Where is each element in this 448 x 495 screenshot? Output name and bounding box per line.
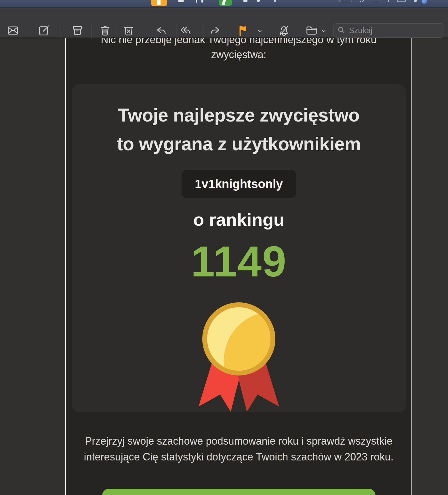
app-icon-orange-glyph — [157, 0, 161, 5]
mark-unread-button[interactable] — [6, 24, 20, 38]
reply-all-arrow-icon — [179, 24, 192, 38]
delete-button[interactable] — [98, 24, 112, 38]
outro-line-2: interesujące Cię statystyki dotyczące Tw… — [66, 449, 411, 465]
status-icon-fragment — [360, 0, 364, 2]
archive-box-icon — [71, 24, 84, 38]
card-title-line-1: Twoje najlepsze zwycięstwo — [72, 101, 406, 130]
compose-button[interactable] — [37, 24, 51, 38]
toolbar-separator — [146, 23, 146, 39]
reply-all-button[interactable] — [178, 24, 193, 38]
status-icon-fragment — [340, 0, 352, 2]
window-margin-right — [412, 37, 448, 495]
email-body: Nic nie przebije jednak Twojego najcenni… — [66, 37, 411, 495]
flag-menu-button[interactable] — [256, 28, 264, 35]
trash-icon — [98, 24, 112, 38]
time-blue-icon — [422, 0, 427, 4]
chevron-down-icon — [321, 28, 327, 35]
opponent-username-badge: 1v1knightsonly — [182, 170, 296, 198]
email-outro-text: Przejrzyj swoje szachowe podsumowanie ro… — [66, 433, 411, 465]
reply-button[interactable] — [154, 24, 169, 38]
bell-slash-icon — [277, 24, 291, 38]
move-to-folder-button[interactable] — [304, 24, 319, 38]
toolbar-separator — [203, 23, 203, 39]
toolbar-separator — [91, 23, 92, 39]
forward-arrow-icon — [208, 24, 222, 38]
status-icon-fragment — [397, 0, 406, 2]
forward-button[interactable] — [208, 24, 222, 38]
toolbar-separator — [61, 23, 61, 39]
search-input[interactable] — [348, 26, 440, 35]
cta-button[interactable] — [102, 489, 375, 495]
junk-bin-x-icon — [122, 24, 135, 38]
intro-line-2: zwycięstwa: — [66, 47, 411, 62]
window-margin-left — [0, 37, 65, 495]
email-intro-text: Nic nie przebije jednak Twojego najcenni… — [66, 37, 411, 62]
status-icon-fragment — [374, 0, 378, 2]
junk-button[interactable] — [121, 24, 136, 38]
status-icon-fragment — [178, 0, 184, 2]
status-icon-fragment — [243, 0, 247, 2]
message-viewport: Nic nie przebije jednak Twojego najcenni… — [0, 37, 448, 495]
status-icon-fragment — [257, 0, 260, 2]
folder-menu-button[interactable] — [320, 28, 327, 35]
flag-icon — [237, 24, 250, 38]
folder-icon — [305, 24, 318, 38]
status-icon-fragment — [274, 0, 276, 2]
mail-toolbar — [0, 7, 448, 38]
flag-button[interactable] — [236, 24, 250, 38]
gold-medal-red-ribbon-icon — [199, 297, 279, 412]
reply-arrow-icon — [155, 24, 168, 38]
search-field[interactable] — [333, 23, 444, 38]
status-icon-fragment — [196, 0, 197, 3]
best-win-card: Twoje najlepsze zwycięstwo to wygrana z … — [72, 84, 406, 412]
compose-icon — [37, 24, 51, 38]
message-edge-line-right — [411, 37, 412, 495]
card-title: Twoje najlepsze zwycięstwo to wygrana z … — [72, 101, 406, 158]
toolbar-separator — [118, 23, 118, 39]
menubar — [0, 0, 448, 7]
rating-label: o rankingu — [72, 210, 406, 230]
status-icon-fragment — [414, 0, 417, 2]
chevron-down-icon — [257, 28, 263, 35]
search-icon — [337, 26, 348, 35]
outro-line-1: Przejrzyj swoje szachowe podsumowanie ro… — [66, 433, 411, 449]
status-icon-fragment — [201, 0, 203, 3]
rating-value: 1149 — [72, 238, 406, 285]
toolbar-separator — [253, 23, 253, 39]
card-title-line-2: to wygrana z użytkownikiem — [72, 130, 406, 158]
mute-button[interactable] — [277, 24, 291, 38]
status-icon-fragment — [388, 0, 389, 2]
archive-button[interactable] — [70, 24, 85, 38]
toolbar-separator — [176, 23, 176, 39]
envelope-icon — [6, 24, 20, 38]
